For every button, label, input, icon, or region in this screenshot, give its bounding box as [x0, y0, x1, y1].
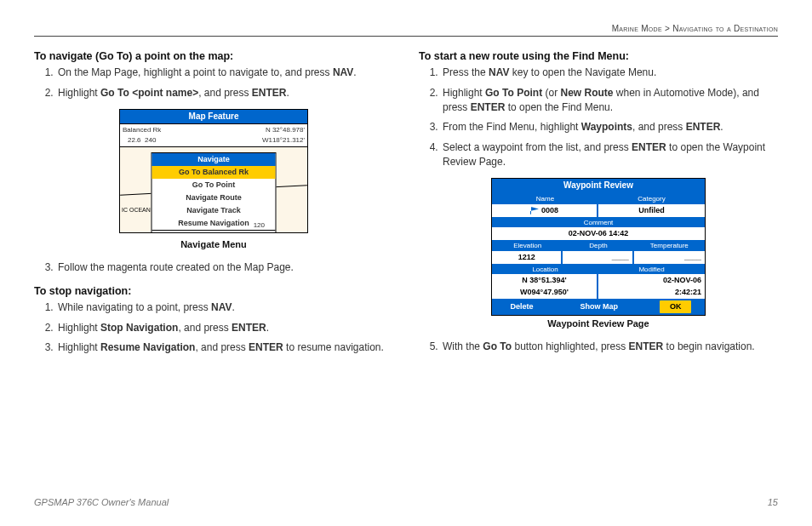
breadcrumb-sep: >: [665, 24, 670, 33]
lbl-elevation: Elevation: [492, 241, 563, 251]
lbl-name: Name: [492, 194, 598, 204]
lbl-modified: Modified: [598, 265, 705, 275]
popup-item-selected[interactable]: Go To Balanced Rk: [152, 166, 276, 179]
fig2-title: Waypoint Review: [492, 179, 705, 193]
text: to resume navigation.: [283, 341, 384, 353]
popup-item[interactable]: Navigate Track: [152, 204, 276, 217]
val-depth[interactable]: ____: [563, 251, 633, 264]
text: On the Map Page, highlight a point to na…: [58, 66, 333, 78]
text: key to open the Navigate Menu.: [509, 66, 656, 78]
map-scale: 120: [254, 220, 265, 231]
steps-find-menu-cont: With the Go To button highlighted, press…: [419, 340, 778, 354]
fig1-map: IC OCEAN Navigate Go To Balanced Rk Go T…: [120, 147, 307, 232]
key-nav: NAV: [211, 301, 232, 313]
step: Select a waypoint from the list, and pre…: [441, 140, 778, 170]
fig2-caption: Waypoint Review Page: [419, 317, 778, 331]
mod-date: 02-NOV-06: [602, 275, 701, 286]
text: to open the Find Menu.: [505, 101, 613, 113]
key-enter: ENTER: [629, 340, 664, 352]
mod-time: 2:42:21: [602, 287, 701, 298]
section-title-stop-nav: To stop navigation:: [34, 283, 393, 299]
val-temperature[interactable]: ____: [634, 251, 705, 264]
step: From the Find Menu, highlight Waypoints,…: [441, 120, 778, 134]
text: (or: [542, 87, 560, 99]
poi-dist-brg: 22.6 240: [123, 135, 161, 146]
text: .: [232, 301, 235, 313]
steps-goto-map: On the Map Page, highlight a point to na…: [34, 66, 393, 100]
left-column: To navigate (Go To) a point on the map: …: [34, 45, 393, 364]
popup-title: Navigate: [152, 153, 276, 166]
text: Highlight: [58, 341, 100, 353]
text: Press the: [443, 66, 489, 78]
key-enter: ENTER: [471, 101, 506, 113]
key-enter: ENTER: [249, 341, 283, 353]
breadcrumb-a: Marine Mode: [612, 24, 662, 33]
text: , and press: [198, 87, 252, 99]
popup-item[interactable]: Navigate Route: [152, 192, 276, 204]
key-nav: NAV: [333, 66, 353, 78]
text: With the: [443, 340, 483, 352]
menu-item: Waypoints: [581, 121, 632, 133]
text: .: [720, 121, 723, 133]
step: On the Map Page, highlight a point to na…: [56, 66, 393, 80]
text: Highlight: [58, 87, 100, 99]
menu-item: Go To: [483, 340, 512, 352]
step: Highlight Resume Navigation, and press E…: [56, 340, 393, 355]
key-enter: ENTER: [232, 322, 266, 334]
text: .: [353, 66, 356, 78]
text: While navigating to a point, press: [58, 301, 211, 313]
right-column: To start a new route using the Find Menu…: [419, 45, 778, 364]
ok-button[interactable]: OK: [660, 300, 692, 313]
text: , and press: [178, 322, 232, 334]
lbl-location: Location: [492, 265, 598, 275]
menu-item: New Route: [560, 87, 613, 99]
step: Follow the magenta route created on the …: [56, 260, 393, 275]
figure-navigate-menu: Map Feature Balanced Rk 22.6 240 N 32°48…: [34, 109, 393, 252]
figure-waypoint-review: Waypoint Review Name 0008 Category Unfil…: [419, 178, 778, 330]
section-title-goto-map: To navigate (Go To) a point on the map:: [34, 49, 393, 64]
lbl-depth: Depth: [563, 241, 633, 251]
fig1-caption: Navigate Menu: [34, 238, 393, 252]
key-nav: NAV: [489, 66, 509, 78]
coord-lat: N 38°51.394': [495, 275, 593, 286]
val-modified: 02-NOV-06 2:42:21: [598, 274, 705, 298]
key-enter: ENTER: [686, 121, 721, 133]
step: Highlight Stop Navigation, and press ENT…: [56, 321, 393, 335]
menu-item: Go To <point name>: [100, 87, 198, 99]
steps-stop-nav: While navigating to a point, press NAV. …: [34, 300, 393, 355]
ocean-label: IC OCEAN: [122, 206, 151, 214]
val-location[interactable]: N 38°51.394' W094°47.950': [492, 274, 598, 298]
val-name[interactable]: 0008: [492, 204, 598, 217]
val-elevation[interactable]: 1212: [492, 251, 563, 264]
text: Highlight: [58, 322, 100, 334]
popup-item[interactable]: Go To Point: [152, 179, 276, 192]
steps-goto-map-cont: Follow the magenta route created on the …: [34, 260, 393, 275]
step: While navigating to a point, press NAV.: [56, 300, 393, 315]
key-enter: ENTER: [252, 87, 287, 99]
poi-name: Balanced Rk: [123, 125, 161, 135]
menu-item: Resume Navigation: [100, 341, 195, 353]
breadcrumb: Marine Mode > Navigating to a Destinatio…: [34, 24, 778, 37]
step: Press the NAV key to open the Navigate M…: [441, 66, 778, 80]
menu-item: Go To Point: [485, 87, 542, 99]
waypoint-flag-icon: [530, 207, 539, 214]
text: Highlight: [443, 87, 485, 99]
footer-page: 15: [768, 497, 778, 507]
fig1-title: Map Feature: [120, 110, 307, 125]
val-comment[interactable]: 02-NOV-06 14:42: [492, 227, 705, 240]
show-map-button[interactable]: Show Map: [575, 300, 623, 313]
footer: GPSMAP 376C Owner's Manual 15: [34, 497, 778, 507]
step: With the Go To button highlighted, press…: [441, 340, 778, 354]
step: Highlight Go To <point name>, and press …: [56, 86, 393, 100]
text: .: [266, 322, 269, 334]
delete-button[interactable]: Delete: [505, 300, 538, 313]
lbl-category: Category: [598, 194, 705, 204]
menu-item: Stop Navigation: [100, 322, 178, 334]
val-category[interactable]: Unfiled: [598, 204, 705, 217]
text: , and press: [632, 121, 686, 133]
fig2-button-bar: Delete Show Map OK: [492, 299, 705, 315]
step: Highlight Go To Point (or New Route when…: [441, 86, 778, 116]
text: Select a waypoint from the list, and pre…: [443, 141, 632, 153]
key-enter: ENTER: [632, 141, 666, 153]
fig1-topleft: Balanced Rk 22.6 240: [123, 125, 161, 145]
